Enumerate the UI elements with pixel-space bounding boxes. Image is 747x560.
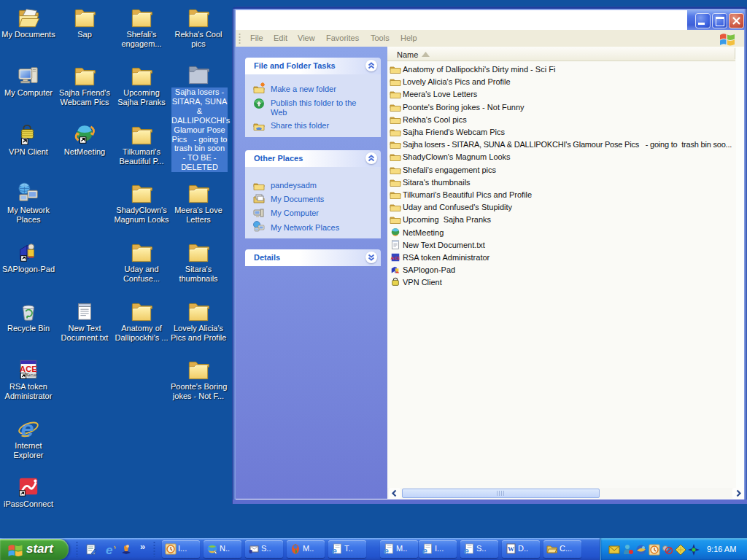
svg-text:ACE: ACE — [391, 255, 400, 260]
svg-text:W: W — [508, 545, 514, 553]
svg-text:e: e — [106, 544, 112, 556]
